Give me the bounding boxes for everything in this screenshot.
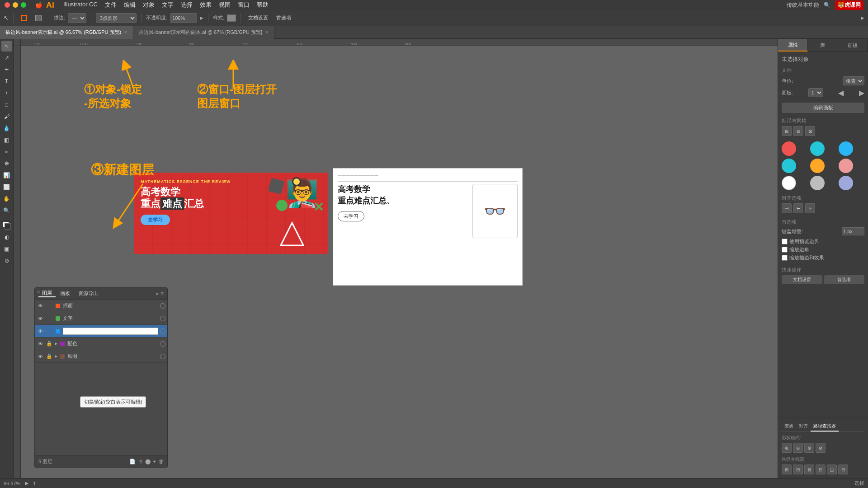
align-right[interactable]: ⊦ — [805, 203, 815, 213]
menu-window[interactable]: 窗口 — [238, 1, 250, 9]
fullscreen-dot[interactable] — [21, 2, 26, 8]
swatch-salmon[interactable] — [839, 159, 853, 173]
layers-tab-artboard[interactable]: 画板 — [57, 290, 74, 297]
tab-0[interactable]: 插边风-banner演示稿.ai @ 66.67% (RGB/GPU 预览) ✕ — [0, 26, 133, 39]
swatch-cyan[interactable] — [782, 159, 796, 173]
artboard-nav-prev[interactable]: ◀ — [838, 89, 844, 97]
panel-tab-library[interactable]: 库 — [808, 39, 838, 52]
layers-menu[interactable]: ≡ — [160, 291, 164, 297]
menu-edit[interactable]: 编辑 — [124, 1, 136, 9]
artboard-select[interactable]: 1 — [808, 88, 823, 97]
tool-eyedrop[interactable]: 💧 — [1, 123, 12, 134]
layer-item-drawing[interactable]: 👁 插画 — [35, 300, 167, 312]
swatch-red[interactable] — [782, 141, 796, 156]
layer-lock-editing[interactable] — [46, 328, 53, 335]
swatch-lavender[interactable] — [839, 176, 853, 190]
layer-eye-original[interactable]: 👁 — [37, 353, 44, 360]
none-mode[interactable]: ⊘ — [1, 255, 12, 266]
tab-0-close[interactable]: ✕ — [124, 30, 127, 35]
layer-item-original[interactable]: 👁 🔒 ▶ 原图 — [35, 350, 167, 363]
layer-eye-drawing[interactable]: 👁 — [37, 302, 44, 310]
tool-symbol[interactable]: ❋ — [1, 158, 12, 169]
bottom-tab-align[interactable]: 对齐 — [796, 422, 811, 432]
unit-select[interactable]: 像素 — [843, 76, 864, 85]
no-fill-btn[interactable] — [18, 14, 30, 22]
pf-outline[interactable]: ◻ — [827, 465, 837, 474]
stroke-fill-btn[interactable] — [33, 14, 44, 22]
ruler-icon-1[interactable]: ⊞ — [782, 126, 792, 136]
menu-illustrator[interactable]: Illustrator CC — [63, 1, 98, 9]
tool-paint[interactable]: 🖌 — [1, 111, 12, 122]
tool-pen[interactable]: ✒ — [1, 64, 12, 75]
tool-rect[interactable]: □ — [1, 99, 12, 110]
layer-item-text[interactable]: 👁 文字 — [35, 312, 167, 325]
use-preview-check[interactable] — [782, 239, 788, 244]
tool-blend[interactable]: ∞ — [1, 146, 12, 157]
panel-tab-artboards[interactable]: 画板 — [838, 39, 868, 52]
tool-text[interactable]: T — [1, 76, 12, 87]
layers-tab-layers[interactable]: 图层 — [38, 290, 56, 297]
layer-expand-colors[interactable]: ▶ — [55, 342, 57, 346]
tool-artboard[interactable]: ⬜ — [1, 182, 12, 192]
stroke-select[interactable]: — — [68, 13, 86, 23]
menu-file[interactable]: 文件 — [105, 1, 117, 9]
layer-expand-original[interactable]: ▶ — [55, 354, 57, 358]
tab-1[interactable]: 插边风-banner演示稿的副本.ai @ 67% [RGB/GPU 预览] ✕ — [133, 26, 274, 39]
layer-lock-colors[interactable]: 🔒 — [46, 340, 53, 347]
tool-select[interactable]: ↖ — [1, 41, 12, 52]
tool-zoom[interactable]: 🔍 — [1, 205, 12, 216]
pf-minus-back[interactable]: ⊟ — [838, 465, 848, 474]
search-icon[interactable]: 🔍 — [824, 2, 830, 8]
color-mode[interactable]: ◐ — [1, 232, 12, 243]
layer-item-editing[interactable]: 👁 — [35, 325, 167, 338]
close-dot[interactable] — [5, 2, 10, 8]
layers-new-layer-btn[interactable]: 📄 — [129, 459, 136, 465]
layers-make-mask[interactable]: ⬤ — [145, 459, 151, 465]
extra-arrow[interactable]: ▶ — [861, 15, 864, 20]
align-center-h[interactable]: ⊢ — [793, 203, 803, 213]
pf-trim[interactable]: ⊟ — [793, 465, 803, 474]
preferences-btn[interactable]: 首选项 — [274, 14, 294, 22]
bottom-tab-transform[interactable]: 变换 — [782, 422, 796, 432]
menu-text[interactable]: 文字 — [162, 1, 174, 9]
shape-exclude[interactable]: ⊘ — [816, 443, 826, 453]
doc-settings-btn[interactable]: 文档设置 — [245, 14, 271, 22]
gradient-mode[interactable]: ▣ — [1, 244, 12, 254]
layers-tab-export[interactable]: 资源导出 — [75, 290, 102, 297]
tool-line[interactable]: / — [1, 88, 12, 99]
scale-effects-check[interactable] — [782, 255, 788, 261]
doc-settings-quick-btn[interactable]: 文档设置 — [782, 275, 822, 284]
layer-eye-text[interactable]: 👁 — [37, 315, 44, 322]
layer-lock-original[interactable]: 🔒 — [46, 353, 53, 360]
artboard-nav-next[interactable]: ▶ — [859, 89, 864, 97]
bottom-tab-pathfinder[interactable]: 路径查找器 — [811, 422, 839, 432]
fill-color[interactable] — [1, 220, 12, 231]
layer-lock-drawing[interactable] — [46, 302, 53, 310]
opacity-arrow[interactable]: ▶ — [200, 15, 203, 20]
ruler-icon-2[interactable]: ⊟ — [793, 126, 803, 136]
tool-hand[interactable]: ✋ — [1, 193, 12, 204]
swatch-gray[interactable] — [810, 176, 825, 190]
layer-lock-text[interactable] — [46, 315, 53, 322]
layers-make-clipping[interactable]: ⊡ — [138, 459, 142, 465]
pf-crop[interactable]: ⊡ — [816, 465, 826, 474]
opacity-input[interactable] — [170, 13, 197, 23]
zoom-level[interactable]: 66.67% — [4, 481, 20, 486]
pf-merge[interactable]: ⊠ — [804, 465, 814, 474]
swatch-teal[interactable] — [810, 141, 825, 156]
layer-item-colors[interactable]: 👁 🔒 ▶ 配色 — [35, 338, 167, 350]
shape-intersect[interactable]: ⊗ — [804, 443, 814, 453]
layer-eye-colors[interactable]: 👁 — [37, 340, 44, 347]
menu-help[interactable]: 帮助 — [257, 1, 269, 9]
ruler-icon-3[interactable]: ⊠ — [805, 126, 815, 136]
tool-direct-select[interactable]: ↗ — [1, 52, 12, 63]
layers-collapse[interactable]: « — [156, 291, 159, 297]
shape-minus[interactable]: ⊖ — [793, 443, 803, 453]
layers-new-sublayer-btn[interactable]: + — [153, 459, 156, 465]
pf-divide[interactable]: ⊞ — [782, 465, 792, 474]
tab-1-close[interactable]: ✕ — [265, 30, 269, 35]
prefs-quick-btn[interactable]: 首选项 — [824, 275, 865, 284]
swatch-lightblue[interactable] — [839, 141, 853, 156]
shape-select[interactable]: 3点圆形 — [96, 13, 137, 23]
tool-gradient[interactable]: ◧ — [1, 135, 12, 145]
